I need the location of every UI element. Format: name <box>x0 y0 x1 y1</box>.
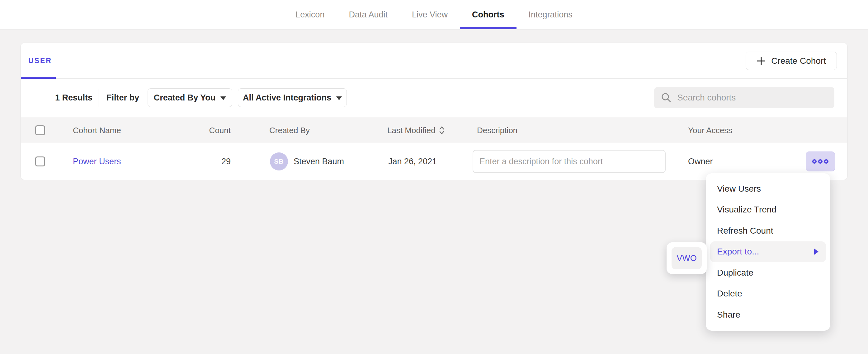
menu-item-delete[interactable]: Delete <box>710 283 826 304</box>
submenu-arrow-icon <box>814 249 818 255</box>
cohort-count: 29 <box>170 156 231 167</box>
top-bar: Lexicon Data Audit Live View Cohorts Int… <box>0 0 868 30</box>
active-tab-indicator <box>460 27 517 29</box>
chevron-down-icon <box>336 96 342 100</box>
menu-item-refresh-count[interactable]: Refresh Count <box>710 220 826 242</box>
avatar: SB <box>270 153 288 170</box>
row-context-menu: View Users Visualize Trend Refresh Count… <box>706 173 830 331</box>
created-by-name: Steven Baum <box>293 156 344 167</box>
column-last-modified-label: Last Modified <box>387 125 436 135</box>
table-header: Cohort Name Count Created By Last Modifi… <box>21 117 847 143</box>
create-cohort-label: Create Cohort <box>771 56 826 66</box>
access-value: Owner <box>688 156 713 167</box>
search-box <box>654 87 834 108</box>
tab-user[interactable]: USER <box>28 43 52 78</box>
more-icon <box>824 159 829 164</box>
column-your-access: Your Access <box>688 125 732 135</box>
column-created-by: Created By <box>269 125 310 135</box>
sort-icon[interactable] <box>439 126 445 135</box>
plus-icon <box>756 56 766 66</box>
integrations-dropdown-label: All Active Integrations <box>243 93 331 103</box>
tab-live-view[interactable]: Live View <box>400 0 460 29</box>
cohorts-card: USER Create Cohort 1 Results Filter by C… <box>21 43 847 180</box>
column-count: Count <box>170 125 231 135</box>
search-input[interactable] <box>677 93 834 103</box>
chevron-down-icon <box>220 96 226 100</box>
search-icon <box>661 92 672 103</box>
results-count: 1 Results <box>55 92 92 103</box>
menu-item-view-users[interactable]: View Users <box>710 178 826 199</box>
created-by-dropdown[interactable]: Created By You <box>148 88 232 107</box>
menu-item-duplicate[interactable]: Duplicate <box>710 262 826 283</box>
divider <box>98 89 98 107</box>
created-by-dropdown-label: Created By You <box>154 93 216 103</box>
create-cohort-button[interactable]: Create Cohort <box>746 52 837 70</box>
tab-data-audit[interactable]: Data Audit <box>337 0 400 29</box>
tab-cohorts[interactable]: Cohorts <box>460 0 517 29</box>
column-description: Description <box>477 125 518 135</box>
more-actions-button[interactable] <box>806 152 835 171</box>
export-submenu: VWO <box>666 242 707 274</box>
menu-item-share[interactable]: Share <box>710 304 826 325</box>
menu-item-export-to-label: Export to... <box>717 247 759 257</box>
card-header: USER Create Cohort <box>21 43 847 79</box>
tab-integrations[interactable]: Integrations <box>517 0 585 29</box>
description-input[interactable] <box>473 150 665 173</box>
menu-item-visualize-trend[interactable]: Visualize Trend <box>710 199 826 221</box>
filter-row: 1 Results Filter by Created By You All A… <box>21 79 847 117</box>
more-icon <box>818 159 823 164</box>
last-modified-date: Jan 26, 2021 <box>388 156 437 167</box>
select-all-checkbox[interactable] <box>35 125 45 135</box>
avatar-initials: SB <box>274 158 284 165</box>
menu-item-export-to[interactable]: Export to... <box>710 242 826 262</box>
column-cohort-name: Cohort Name <box>73 125 121 135</box>
row-checkbox[interactable] <box>35 157 45 166</box>
integrations-dropdown[interactable]: All Active Integrations <box>238 88 347 107</box>
filter-by-label: Filter by <box>106 92 139 103</box>
tab-lexicon[interactable]: Lexicon <box>283 0 337 29</box>
more-icon <box>812 159 817 164</box>
tab-cohorts-label: Cohorts <box>472 10 504 20</box>
column-last-modified[interactable]: Last Modified <box>387 125 445 135</box>
cohort-name-link[interactable]: Power Users <box>73 156 121 167</box>
submenu-item-vwo[interactable]: VWO <box>672 247 702 269</box>
primary-nav: Lexicon Data Audit Live View Cohorts Int… <box>0 0 868 29</box>
